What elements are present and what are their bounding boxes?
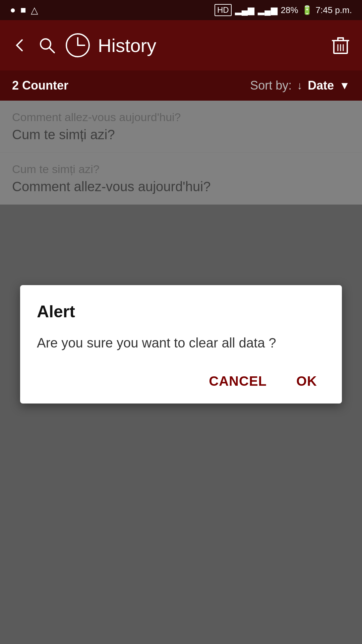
filter-bar: 2 Counter Sort by: ↓ Date ▼ [0,70,362,101]
status-right-info: HD ▂▄▆ ▂▄▆ 28% 🔋 7:45 p.m. [215,4,352,16]
app-bar: History [0,20,362,70]
page-title: History [98,35,156,56]
whatsapp-icon: ● [10,5,16,15]
sort-arrow-icon: ↓ [297,79,302,92]
alert-icon: △ [31,5,38,16]
alert-message: Are you sure you want to clear all data … [37,333,325,352]
app-bar-title-area: History [66,33,321,57]
status-bar: ● ■ △ HD ▂▄▆ ▂▄▆ 28% 🔋 7:45 p.m. [0,0,362,20]
item-counter: 2 Counter [12,78,250,93]
sort-dropdown-icon[interactable]: ▼ [339,79,350,92]
cancel-button[interactable]: CANCEL [201,369,275,393]
ok-button[interactable]: OK [288,369,325,393]
svg-line-1 [49,48,54,53]
clock-display: 7:45 p.m. [316,5,352,15]
alert-actions: CANCEL OK [37,369,325,393]
alert-dialog: Alert Are you sure you want to clear all… [20,285,342,404]
status-left-icons: ● ■ △ [10,5,38,16]
alert-title: Alert [37,302,325,321]
signal-icon-2: ▂▄▆ [258,5,277,15]
sort-control[interactable]: Sort by: ↓ Date ▼ [250,78,350,93]
battery-icon: 🔋 [302,5,312,15]
back-button[interactable] [12,37,28,53]
content-area: Comment allez-vous aujourd'hui? Cum te s… [0,101,362,644]
battery-percentage: 28% [281,5,298,15]
search-button[interactable] [38,37,56,54]
gallery-icon: ■ [20,5,26,15]
hd-icon: HD [215,4,232,16]
sort-value-label: Date [308,78,334,93]
clock-icon [66,33,90,57]
delete-button[interactable] [331,36,350,55]
signal-icon-1: ▂▄▆ [235,5,254,15]
sort-by-label: Sort by: [250,78,292,93]
